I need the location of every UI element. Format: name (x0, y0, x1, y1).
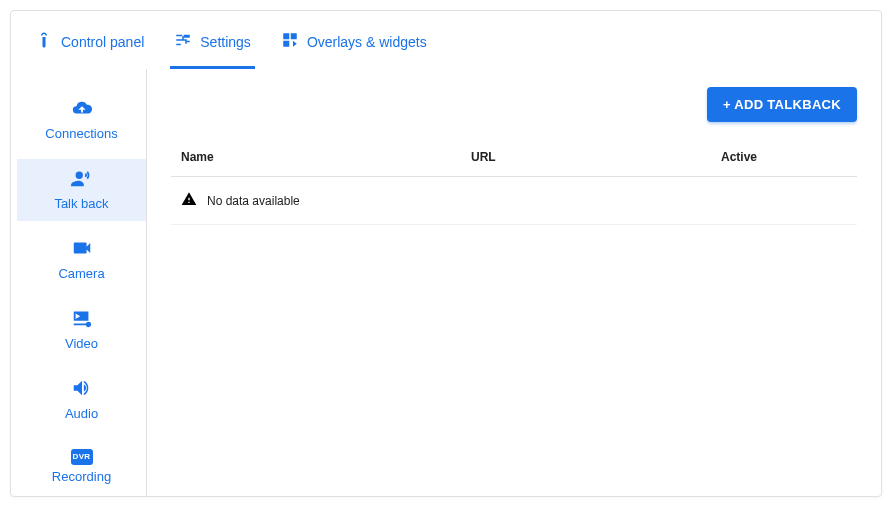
tab-control-panel[interactable]: Control panel (31, 25, 148, 69)
sidebar-item-label: Recording (52, 469, 111, 484)
add-talkback-button[interactable]: + ADD TALKBACK (707, 87, 857, 122)
sidebar-item-talkback[interactable]: Talk back (17, 159, 146, 221)
tab-label: Settings (200, 34, 251, 50)
sidebar-item-recording[interactable]: DVR Recording (17, 439, 146, 494)
sidebar-item-label: Connections (45, 126, 117, 141)
column-header-url[interactable]: URL (471, 150, 721, 164)
sidebar-item-label: Camera (58, 266, 104, 281)
sidebar-item-connections[interactable]: Connections (17, 89, 146, 151)
sidebar-item-label: Talk back (54, 196, 108, 211)
main-area: Connections Talk back Camera Video (11, 69, 881, 496)
app-card: Control panel Settings Overlays & widget… (10, 10, 882, 497)
content-pane: + ADD TALKBACK Name URL Active No data a… (147, 69, 881, 496)
top-tabs: Control panel Settings Overlays & widget… (11, 11, 881, 69)
tab-overlays[interactable]: Overlays & widgets (277, 25, 431, 69)
sidebar-item-camera[interactable]: Camera (17, 229, 146, 291)
table-header: Name URL Active (171, 144, 857, 177)
voice-icon (71, 167, 93, 192)
table-empty-row: No data available (171, 177, 857, 225)
dvr-icon: DVR (71, 447, 93, 465)
settings-sidebar: Connections Talk back Camera Video (17, 69, 147, 496)
tab-label: Control panel (61, 34, 144, 50)
sidebar-item-video[interactable]: Video (17, 299, 146, 361)
cloud-upload-icon (71, 97, 93, 122)
content-toolbar: + ADD TALKBACK (171, 87, 857, 122)
sidebar-item-label: Audio (65, 406, 98, 421)
warning-icon (181, 191, 197, 210)
tab-label: Overlays & widgets (307, 34, 427, 50)
camera-icon (71, 237, 93, 262)
speaker-icon (71, 377, 93, 402)
sidebar-item-advanced[interactable]: Advanced (17, 502, 146, 508)
sidebar-item-audio[interactable]: Audio (17, 369, 146, 431)
sliders-icon (174, 31, 192, 52)
column-header-name[interactable]: Name (181, 150, 471, 164)
sidebar-item-label: Video (65, 336, 98, 351)
column-header-active[interactable]: Active (721, 150, 847, 164)
video-settings-icon (71, 307, 93, 332)
tab-settings[interactable]: Settings (170, 25, 255, 69)
widgets-icon (281, 31, 299, 52)
remote-icon (35, 31, 53, 52)
empty-message: No data available (207, 194, 300, 208)
